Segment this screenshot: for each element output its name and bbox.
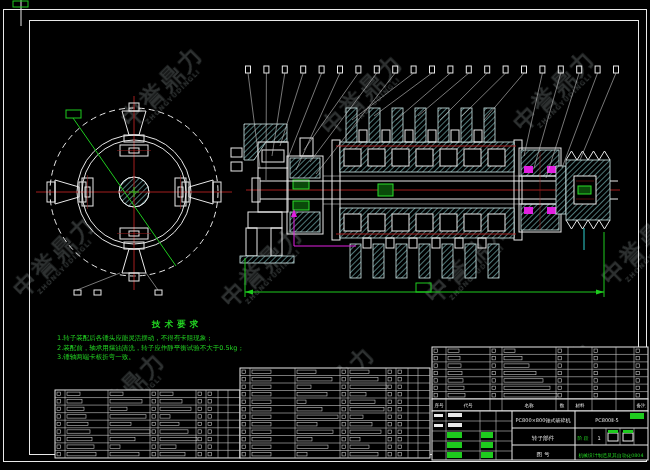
footer-text: 机械设计制造及其自动化0804 — [579, 452, 644, 459]
tech-req-title: 技术要求 — [151, 319, 202, 329]
sheet-value: 1 — [597, 435, 600, 441]
bom-header-note: 备注 — [636, 403, 646, 408]
part-title: 转子部件 — [532, 435, 555, 442]
tech-req-item: 1.转子装配后各锤头应能灵活摆动，不得有卡阻现象； — [57, 334, 213, 342]
tech-req-item: 3.锤轴两端卡板折弯一致。 — [57, 353, 135, 361]
signature-stamp — [447, 432, 462, 438]
bom-header-name: 名称 — [524, 403, 534, 408]
bom-header-code: 代号 — [463, 403, 473, 408]
title-bottom-label: 图 号 — [537, 451, 550, 457]
stage-label: 阶 段 — [577, 435, 588, 441]
product-title: PC800×800锤式破碎机 — [516, 417, 571, 423]
tech-req-item: 2.装配前，轴承用煤油清洗，转子应作静平衡试验不大于0.5kg； — [57, 344, 244, 352]
cad-sheet: 中誉鼎力ZHONGYUDINGLI中誉鼎力ZHONGYUDINGLI中誉鼎力ZH… — [0, 0, 650, 470]
bom-header-qty: 数 — [560, 403, 565, 408]
bom-header-no: 序号 — [434, 403, 444, 408]
cad-drawing-canvas: 中誉鼎力ZHONGYUDINGLI中誉鼎力ZHONGYUDINGLI中誉鼎力ZH… — [0, 0, 650, 470]
rotor-key — [378, 184, 393, 196]
coupling-hub — [290, 158, 320, 178]
pulley-key — [578, 186, 591, 194]
drawing-number: PC800Ⅱ-5 — [595, 417, 619, 423]
